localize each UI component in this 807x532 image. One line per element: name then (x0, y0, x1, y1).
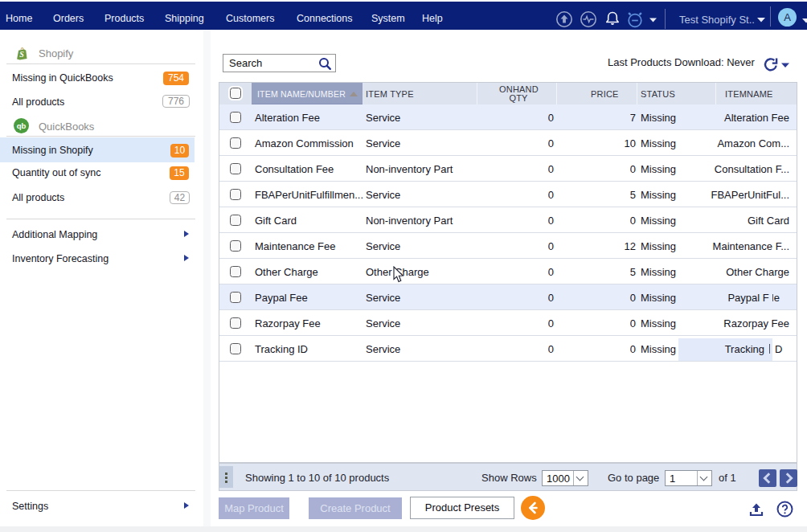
svg-text:qb: qb (17, 121, 27, 130)
svg-text:S: S (19, 50, 24, 59)
